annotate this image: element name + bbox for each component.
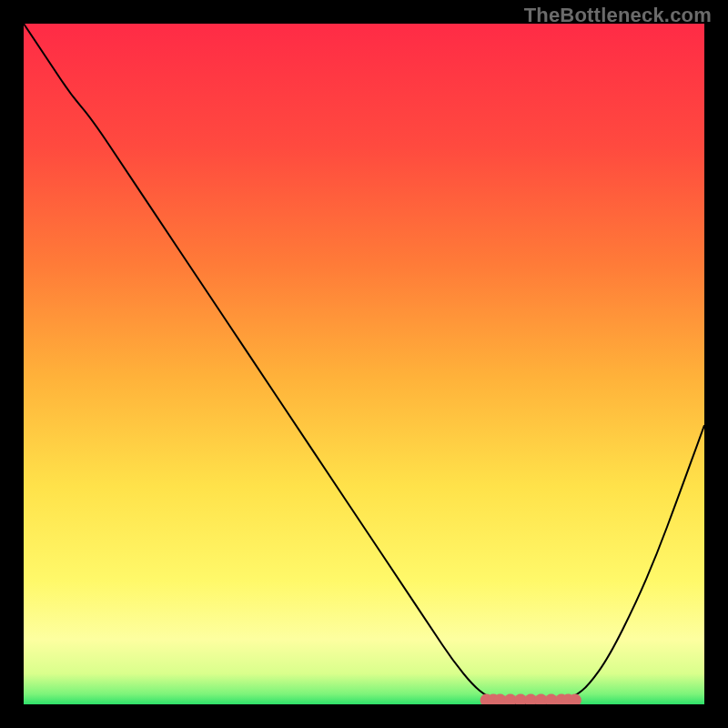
- chart-frame: TheBottleneck.com: [0, 0, 728, 728]
- gradient-background: [24, 24, 704, 704]
- optimal-range-markers: [480, 694, 581, 704]
- bottleneck-curve-chart: [24, 24, 704, 704]
- plot-area: [24, 24, 704, 704]
